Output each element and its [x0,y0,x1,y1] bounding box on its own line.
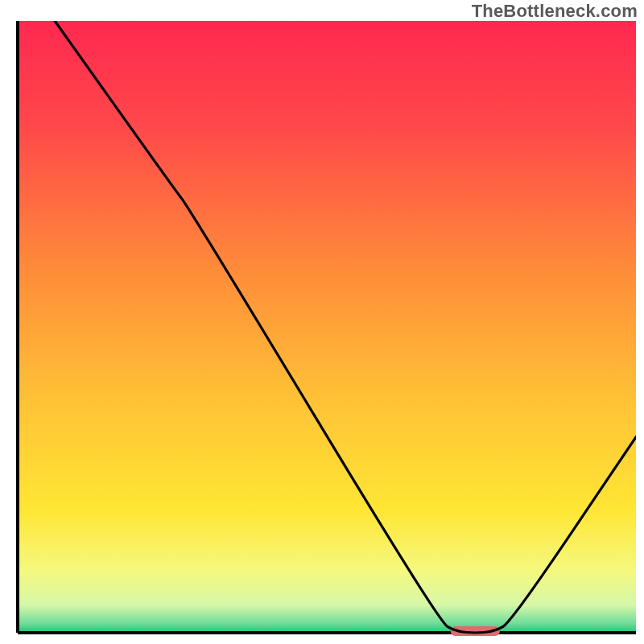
plot-background [18,21,636,633]
bottleneck-chart [14,21,636,636]
chart-container: TheBottleneck.com [0,0,644,644]
watermark-text: TheBottleneck.com [472,0,638,23]
